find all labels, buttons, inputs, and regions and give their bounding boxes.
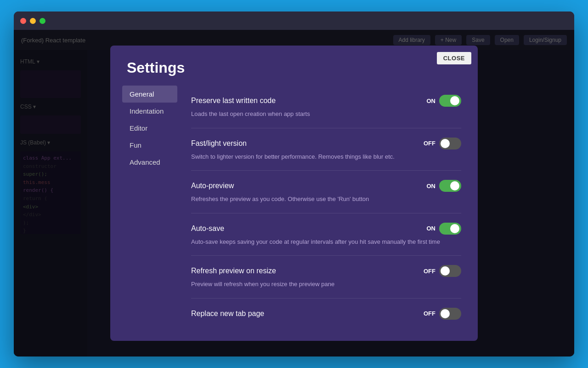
toggle-label-off: OFF <box>424 140 435 147</box>
setting-preserve-last: Preserve last written code ON Loads the … <box>191 86 461 128</box>
toggle-knob <box>450 96 459 105</box>
toggle-wrapper: ON <box>427 223 462 235</box>
setting-desc: Loads the last open creation when app st… <box>191 109 461 119</box>
setting-desc: Auto-save keeps saving your code at regu… <box>191 237 461 247</box>
toggle-label-off: OFF <box>424 268 435 275</box>
settings-modal: CLOSE Settings General Indentation Edito… <box>110 46 478 341</box>
toggle-wrapper: OFF <box>424 265 461 277</box>
refresh-preview-toggle[interactable] <box>439 265 461 277</box>
setting-top: Auto-save ON <box>191 223 461 235</box>
toggle-knob <box>441 139 450 148</box>
close-button[interactable]: CLOSE <box>437 52 471 64</box>
toggle-wrapper: ON <box>427 95 462 107</box>
nav-item-fun[interactable]: Fun <box>122 137 177 154</box>
auto-save-toggle[interactable] <box>439 223 461 235</box>
replace-tab-toggle[interactable] <box>439 308 461 320</box>
setting-top: Refresh preview on resize OFF <box>191 265 461 277</box>
modal-title: Settings <box>127 59 461 76</box>
setting-top: Replace new tab page OFF <box>191 308 461 320</box>
setting-auto-save: Auto-save ON Auto-save keeps saving your… <box>191 213 461 256</box>
toggle-knob <box>450 224 459 233</box>
fast-light-toggle[interactable] <box>439 138 461 150</box>
toggle-wrapper: OFF <box>424 138 461 150</box>
setting-desc: Preview will refresh when you resize the… <box>191 280 461 289</box>
auto-preview-toggle[interactable] <box>439 180 461 192</box>
toggle-knob <box>441 266 450 276</box>
modal-body: General Indentation Editor Fun Advanced … <box>110 86 478 341</box>
setting-top: Fast/light version OFF <box>191 138 461 150</box>
close-dot[interactable] <box>20 18 26 24</box>
toggle-knob <box>450 181 459 190</box>
setting-label: Replace new tab page <box>191 310 264 318</box>
settings-nav: General Indentation Editor Fun Advanced <box>118 86 182 332</box>
setting-label: Refresh preview on resize <box>191 267 276 275</box>
toggle-wrapper: ON <box>427 180 462 192</box>
setting-label: Auto-save <box>191 224 224 233</box>
setting-top: Preserve last written code ON <box>191 95 461 107</box>
maximize-dot[interactable] <box>40 18 45 24</box>
setting-desc: Switch to lighter version for better per… <box>191 152 461 161</box>
setting-refresh-preview: Refresh preview on resize OFF Preview wi… <box>191 256 461 299</box>
setting-auto-preview: Auto-preview ON Refreshes the preview as… <box>191 171 461 213</box>
toggle-label-on: ON <box>427 183 436 190</box>
nav-item-general[interactable]: General <box>122 86 177 103</box>
toggle-knob <box>441 309 450 318</box>
setting-label: Fast/light version <box>191 139 247 148</box>
setting-desc: Refreshes the preview as you code. Other… <box>191 195 461 204</box>
nav-item-advanced[interactable]: Advanced <box>122 154 177 171</box>
toggle-label-off: OFF <box>424 310 435 317</box>
toggle-wrapper: OFF <box>424 308 461 320</box>
nav-item-indentation[interactable]: Indentation <box>122 103 177 120</box>
setting-label: Auto-preview <box>191 182 234 190</box>
setting-label: Preserve last written code <box>191 97 276 105</box>
editor-area: (Forked) React template Add library + Ne… <box>14 30 574 356</box>
toggle-label-on: ON <box>427 225 436 232</box>
modal-overlay: CLOSE Settings General Indentation Edito… <box>14 30 574 356</box>
toggle-label-on: ON <box>427 98 436 104</box>
settings-content: Preserve last written code ON Loads the … <box>182 86 470 332</box>
setting-fast-light: Fast/light version OFF Switch to lighter… <box>191 128 461 171</box>
mac-window: (Forked) React template Add library + Ne… <box>14 12 574 356</box>
setting-top: Auto-preview ON <box>191 180 461 192</box>
titlebar <box>14 12 574 30</box>
window-controls <box>20 18 45 24</box>
preserve-last-toggle[interactable] <box>439 95 461 107</box>
setting-replace-tab: Replace new tab page OFF <box>191 299 461 332</box>
modal-header: Settings <box>110 46 478 86</box>
minimize-dot[interactable] <box>30 18 36 24</box>
nav-item-editor[interactable]: Editor <box>122 120 177 137</box>
